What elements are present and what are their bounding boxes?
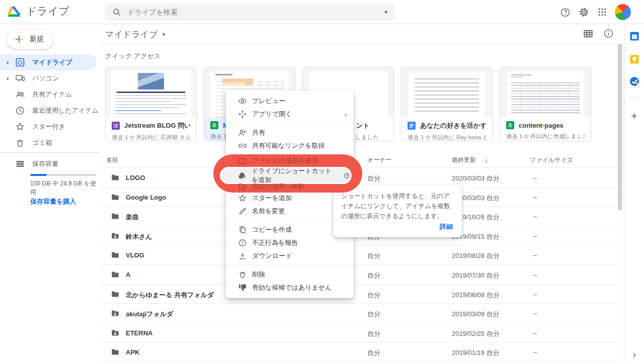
card-footer: Jetstream BLOG 問い合わ... 過去 1 か月以内に 石井順 さん… [106,117,196,141]
my-drive-icon [15,57,25,67]
vertical-scrollbar[interactable] [618,44,622,210]
info-icon[interactable] [603,28,615,40]
shared-folder-icon [111,328,120,337]
folder-icon [111,173,120,182]
file-name: A [126,271,130,279]
menu-item-add-shortcut-highlighted[interactable]: ドライブにショートカットを追加 [220,167,352,184]
menu-item-label: 共有可能なリンクを取得 [252,141,325,150]
sidebar-item[interactable]: ゴミ箱 [0,135,101,151]
folder-outline-icon [238,156,247,165]
file-size: – [533,174,537,182]
search-input[interactable] [127,8,378,16]
file-row[interactable]: APK 自分 2019/01/19 自分 – [101,342,616,362]
shortcut-tooltip: ショートカットを使用すると、元のアイテムにリンクして、アイテムを複数の場所に表示… [333,185,462,237]
file-row[interactable]: akutajiフォルダ 自分 2019/03/09 自分 – [101,304,616,323]
sidebar-item[interactable]: 最近使用したアイテム [0,103,101,119]
grid-view-icon[interactable] [583,28,595,40]
menu-item-label: 有効な候補ではありません [252,283,332,292]
recent-clock-icon [15,106,25,116]
card-title: content-pages [519,122,564,129]
file-row[interactable]: ETERNA 自分 2019/02/25 自分 – [101,323,616,343]
sidebar-item[interactable]: ▸ マイドライブ [0,54,97,70]
storage-label: 保存容量 [32,159,58,168]
keep-icon[interactable] [629,54,639,64]
breadcrumb-caret-icon[interactable]: ▾ [162,31,165,38]
menu-item-thumb-down[interactable]: 有効な候補ではありません [226,281,354,294]
new-button[interactable]: 新規 [7,29,54,49]
folder-title: マイドライブ [105,29,157,40]
file-row[interactable]: 北からゆまーる 共有フォルダ 自分 2019/06/08 自分 – [101,285,616,304]
file-owner: 自分 [367,329,380,338]
menu-item-link[interactable]: 共有可能なリンクを取得 [226,139,354,152]
sidebar-item[interactable]: ▸ パソコン [0,70,101,86]
quick-access-card[interactable]: content-pages 過去 1 か月以内に作成しました [500,67,591,141]
file-owner: 自分 [367,271,380,280]
folder-icon [111,212,120,221]
file-row[interactable]: A 自分 2019/07/30 自分 – [101,265,616,285]
menu-item-move-folder[interactable]: 指定の場所へ移動 [238,182,305,191]
collapse-panel-chevron-icon[interactable] [630,351,638,359]
apps-grid-icon[interactable] [596,6,608,18]
menu-item-eye[interactable]: プレビュー [226,95,354,108]
open-with-icon [238,110,247,119]
folder-icon [111,290,120,299]
computers-icon [15,73,25,83]
breadcrumb[interactable]: マイドライブ ▾ [105,29,165,40]
file-row[interactable]: VLOG 自分 2019/08/28 自分 – [101,245,616,265]
card-title: Jetstream BLOG 問い合わ... [124,121,190,130]
drive-logo-area[interactable]: ドライブ [7,4,69,18]
card-title: ント [356,121,370,130]
settings-gear-icon[interactable] [578,6,590,18]
move-folder-icon [238,182,247,191]
file-thumbnail [401,67,492,117]
card-footer: content-pages 過去 1 か月以内に作成しました [500,117,591,141]
sort-desc-icon[interactable]: ↓ [485,156,488,164]
form-thumbnail-page [111,70,191,117]
sidebar-item[interactable]: スター付き [0,119,101,135]
thumb-down-icon [238,283,247,292]
menu-item-report[interactable]: 不正行為を報告 [226,236,354,249]
help-icon[interactable] [559,6,571,18]
menu-item-folder-outline[interactable]: ファイルの場所を表示 [238,156,318,165]
menu-divider [226,123,354,124]
quick-access-label: クイック アクセス [105,52,160,61]
calendar-icon[interactable] [629,31,639,41]
pencil-icon [238,207,247,216]
menu-item-label: 共有 [252,128,265,137]
sidebar-item[interactable]: 共有アイテム [0,86,101,103]
file-modified: 2019/08/28 自分 [452,251,500,260]
menu-item-label: アプリで開く [252,110,292,119]
column-name[interactable]: 名前 [106,156,118,164]
tasks-icon[interactable] [629,76,639,86]
file-size: – [533,291,537,298]
menu-item-download[interactable]: ダウンロード [226,249,354,262]
file-modified: 2019/03/09 自分 [452,310,500,319]
add-addon-plus-icon[interactable]: + [631,110,637,123]
star-icon [238,194,247,203]
menu-item-person-add[interactable]: 共有 [226,126,354,139]
person-add-icon [238,128,247,137]
file-size: – [533,329,537,337]
search-options-caret-icon[interactable]: ▾ [384,9,387,16]
expand-caret-icon[interactable]: ▸ [4,60,12,65]
search-bar[interactable]: ▾ [105,4,394,21]
expand-caret-icon[interactable]: ▸ [4,76,12,81]
file-owner: 自分 [367,348,380,357]
card-subtitle: 過去 1 か月以内に 石井順 さんが編... [112,134,190,141]
buy-storage-link[interactable]: 保存容量を購入 [30,197,76,206]
quick-access-card[interactable]: あなたの好きを活かす ☆... 過去 1 か月以内に Ray hana さん..… [401,67,493,141]
column-modified[interactable]: 最終更新 [452,156,476,164]
column-owner[interactable]: オーナー [367,156,392,164]
column-size[interactable]: ファイルサイズ [530,156,573,164]
menu-item-trash[interactable]: 削除 [226,268,354,281]
sidebar-item-label: 共有アイテム [32,90,72,99]
storage-item[interactable]: 保存容量 [0,156,101,172]
help-circle-icon[interactable] [344,172,350,179]
file-size: – [533,271,537,279]
menu-item-label: 指定の場所へ移動 [252,182,305,191]
menu-item-open-with[interactable]: アプリで開く › [226,108,354,121]
quick-access-card[interactable]: Jetstream BLOG 問い合わ... 過去 1 か月以内に 石井順 さん… [105,67,197,141]
file-name: ETERNA [126,329,152,337]
tooltip-learn-more-link[interactable]: 詳細 [440,222,453,231]
account-avatar[interactable] [615,4,631,20]
